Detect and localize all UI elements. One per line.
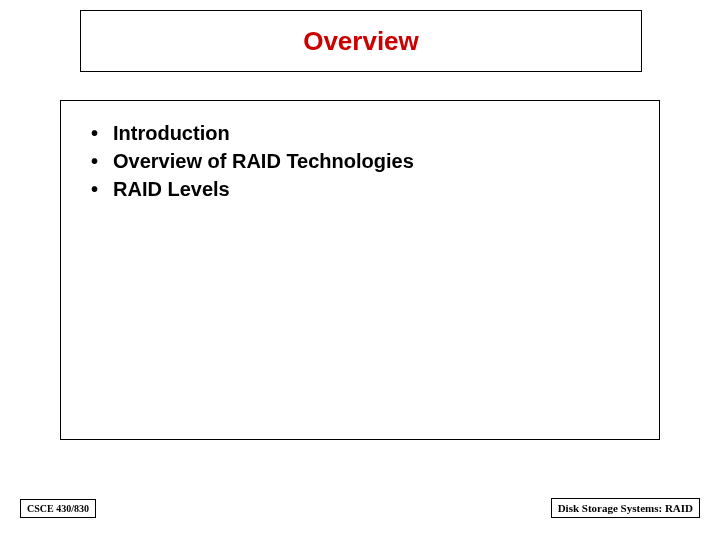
bullet-text: RAID Levels [113, 178, 230, 200]
list-item: RAID Levels [71, 175, 649, 203]
bullet-text: Overview of RAID Technologies [113, 150, 414, 172]
content-box: Introduction Overview of RAID Technologi… [60, 100, 660, 440]
slide: Overview Introduction Overview of RAID T… [0, 0, 720, 540]
title-box: Overview [80, 10, 642, 72]
footer-right: Disk Storage Systems: RAID [551, 498, 700, 518]
bullet-text: Introduction [113, 122, 230, 144]
footer-left: CSCE 430/830 [20, 499, 96, 518]
slide-title: Overview [303, 26, 419, 57]
list-item: Overview of RAID Technologies [71, 147, 649, 175]
list-item: Introduction [71, 119, 649, 147]
bullet-list: Introduction Overview of RAID Technologi… [71, 119, 649, 203]
